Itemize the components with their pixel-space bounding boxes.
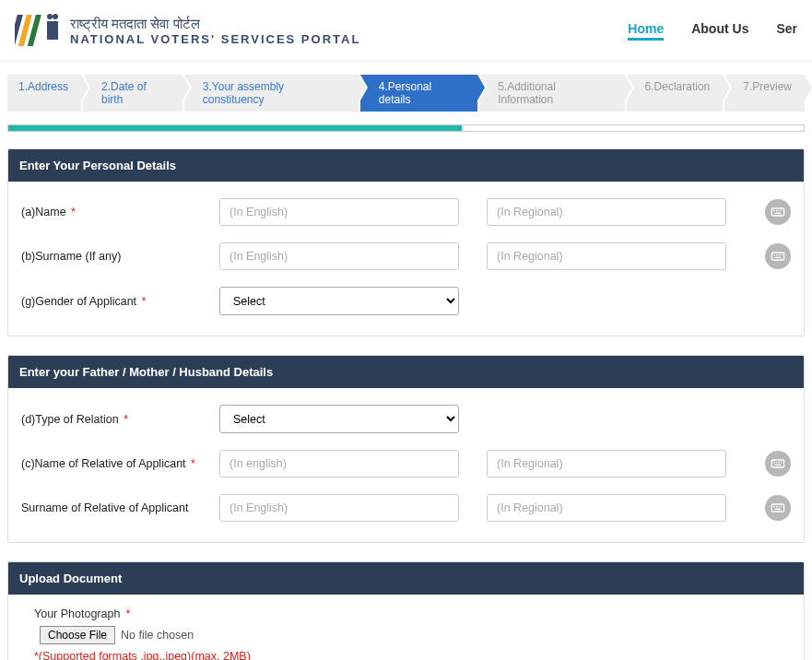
- svg-rect-26: [776, 506, 777, 507]
- name-english-input[interactable]: [219, 198, 459, 226]
- label-photograph: Your Photograph *: [21, 607, 791, 626]
- section-personal: Enter Your Personal Details (a)Name * (b…: [7, 148, 805, 336]
- svg-rect-9: [779, 210, 780, 211]
- label-relation-type: (d)Type of Relation *: [21, 413, 219, 426]
- progress-fill: [8, 125, 462, 131]
- header: राष्ट्रीय मतदाता सेवा पोर्टल NATIONAL VO…: [0, 0, 812, 62]
- row-relation-type: (d)Type of Relation * Select: [21, 405, 791, 433]
- label-surname: (b)Surname (If any): [21, 250, 219, 263]
- required-marker: *: [124, 413, 128, 426]
- svg-rect-24: [771, 504, 783, 512]
- top-nav: Home About Us Ser: [628, 21, 797, 41]
- relative-surname-english-input[interactable]: [219, 494, 459, 522]
- svg-rect-5: [47, 21, 58, 40]
- upload-hint: *(Supported formats .jpg,.jpeg)(max. 2MB…: [21, 650, 791, 660]
- step-personal[interactable]: 4.Personal details: [360, 75, 477, 112]
- step-tabs: 1.Address 2.Date of birth 3.Your assembl…: [0, 62, 812, 119]
- label-photo-text: Your Photograph: [34, 607, 120, 620]
- keyboard-icon[interactable]: [765, 199, 791, 225]
- gender-select[interactable]: Select: [219, 287, 459, 315]
- label-relname-text: (c)Name of Relative of Applicant: [21, 457, 186, 470]
- file-input-row: Choose File No file chosen: [21, 626, 791, 650]
- svg-rect-17: [775, 257, 782, 258]
- required-marker: *: [71, 206, 76, 218]
- svg-rect-22: [781, 462, 782, 463]
- step-preview[interactable]: 7.Preview: [724, 75, 805, 112]
- logo-hindi: राष्ट्रीय मतदाता सेवा पोर्टल: [70, 16, 360, 32]
- relative-name-english-input[interactable]: [219, 450, 459, 477]
- logo-text: राष्ट्रीय मतदाता सेवा पोर्टल NATIONAL VO…: [70, 16, 360, 46]
- label-relative-name: (c)Name of Relative of Applicant *: [21, 457, 219, 470]
- relative-surname-regional-input[interactable]: [487, 494, 726, 522]
- label-name: (a)Name *: [21, 206, 219, 218]
- label-gender: (g)Gender of Applicant *: [21, 295, 219, 308]
- surname-regional-input[interactable]: [487, 242, 726, 270]
- svg-rect-23: [775, 465, 782, 466]
- svg-rect-18: [771, 460, 783, 467]
- required-marker: *: [142, 295, 147, 308]
- section-relative-header: Enter your Father / Mother / Husband Det…: [8, 356, 804, 388]
- svg-rect-13: [773, 254, 774, 255]
- svg-rect-16: [781, 254, 782, 255]
- step-address[interactable]: 1.Address: [7, 75, 81, 112]
- name-regional-input[interactable]: [487, 198, 726, 226]
- required-marker: *: [191, 457, 195, 470]
- svg-rect-28: [781, 506, 782, 507]
- row-surname: (b)Surname (If any): [21, 242, 791, 270]
- step-dob[interactable]: 2.Date of birth: [83, 75, 182, 112]
- label-name-text: (a)Name: [21, 206, 66, 218]
- svg-point-4: [53, 14, 58, 19]
- row-relative-name: (c)Name of Relative of Applicant *: [21, 450, 791, 477]
- svg-rect-20: [776, 462, 777, 463]
- svg-rect-8: [776, 210, 777, 211]
- section-upload: Upload Document Your Photograph * Choose…: [7, 561, 805, 660]
- label-relation-text: (d)Type of Relation: [21, 413, 119, 426]
- keyboard-icon[interactable]: [765, 451, 791, 477]
- logo-english: NATIONAL VOTERS' SERVICES PORTAL: [70, 32, 360, 46]
- row-gender: (g)Gender of Applicant * Select: [21, 287, 791, 315]
- svg-rect-27: [779, 506, 780, 507]
- svg-rect-14: [776, 254, 777, 255]
- svg-rect-10: [781, 210, 782, 211]
- step-declaration[interactable]: 6.Declaration: [627, 75, 724, 112]
- label-gender-text: (g)Gender of Applicant: [21, 295, 136, 308]
- step-additional[interactable]: 5.Additional Information: [479, 75, 624, 112]
- svg-rect-29: [775, 509, 782, 510]
- relative-name-regional-input[interactable]: [487, 450, 726, 477]
- svg-rect-6: [771, 208, 783, 216]
- svg-rect-11: [775, 213, 782, 214]
- svg-rect-12: [771, 253, 783, 260]
- file-status: No file chosen: [121, 629, 194, 642]
- eci-logo-icon: [15, 7, 61, 53]
- nav-about[interactable]: About Us: [691, 21, 748, 41]
- progress-bar: [7, 124, 805, 132]
- logo: राष्ट्रीय मतदाता सेवा पोर्टल NATIONAL VO…: [15, 7, 360, 53]
- keyboard-icon[interactable]: [765, 243, 791, 269]
- relation-type-select[interactable]: Select: [219, 405, 459, 433]
- label-relative-surname: Surname of Relative of Applicant: [21, 501, 219, 514]
- section-upload-header: Upload Document: [8, 562, 804, 595]
- choose-file-button[interactable]: Choose File: [40, 626, 115, 644]
- svg-rect-21: [779, 462, 780, 463]
- nav-ser[interactable]: Ser: [776, 21, 797, 41]
- row-name: (a)Name *: [21, 198, 791, 226]
- section-personal-header: Enter Your Personal Details: [8, 149, 804, 182]
- row-relative-surname: Surname of Relative of Applicant: [21, 494, 791, 522]
- required-marker: *: [125, 607, 130, 620]
- section-relative: Enter your Father / Mother / Husband Det…: [7, 355, 805, 543]
- svg-rect-25: [773, 506, 774, 507]
- surname-english-input[interactable]: [219, 242, 459, 270]
- keyboard-icon[interactable]: [765, 495, 791, 521]
- nav-home[interactable]: Home: [628, 21, 664, 41]
- svg-rect-15: [779, 254, 780, 255]
- step-constituency[interactable]: 3.Your assembly constituency: [184, 75, 359, 112]
- svg-rect-7: [773, 210, 774, 211]
- svg-point-3: [47, 14, 53, 19]
- svg-rect-19: [773, 462, 774, 463]
